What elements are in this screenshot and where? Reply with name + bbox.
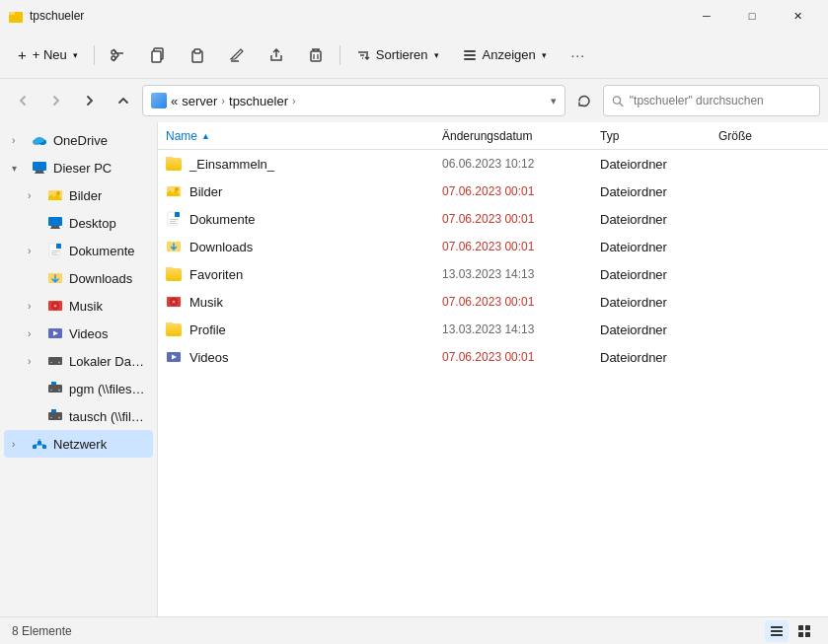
sidebar-label-dieser-pc: Dieser PC xyxy=(53,161,112,176)
svg-rect-25 xyxy=(35,173,44,174)
breadcrumb-tpschueler[interactable]: tpschueler xyxy=(229,94,288,108)
share-icon xyxy=(268,47,284,63)
delete-button[interactable] xyxy=(298,37,334,73)
up-button[interactable] xyxy=(109,86,138,115)
list-view-button[interactable] xyxy=(765,620,789,642)
svg-rect-43 xyxy=(48,357,62,365)
file-label-einsammeln: _Einsammeln_ xyxy=(189,157,274,172)
desktop-icon xyxy=(47,215,63,231)
file-name-favoriten: Favoriten xyxy=(158,267,434,282)
view-button[interactable]: Anzeigen ▾ xyxy=(453,37,557,73)
table-row[interactable]: Musik 07.06.2023 00:01 Dateiordner xyxy=(158,288,828,316)
sidebar-item-tausch[interactable]: › tausch (\\files.schu… xyxy=(4,402,153,430)
col-size-label: Größe xyxy=(718,129,752,143)
toolbar: + + Neu ▾ Sortieren ▾ Anzeigen ▾ ··· xyxy=(0,32,828,79)
back-button[interactable] xyxy=(8,86,38,115)
file-date-musik: 07.06.2023 00:01 xyxy=(434,295,592,309)
cut-button[interactable] xyxy=(101,37,136,73)
title-bar-controls: ─ □ ✕ xyxy=(684,0,820,32)
breadcrumb-expand-icon[interactable]: ▾ xyxy=(551,95,557,107)
table-row[interactable]: Bilder 07.06.2023 00:01 Dateiordner xyxy=(158,178,828,205)
svg-rect-7 xyxy=(194,49,200,53)
sidebar-item-bilder[interactable]: › Bilder xyxy=(4,181,153,209)
address-breadcrumb[interactable]: « server › tpschueler › ▾ xyxy=(142,85,565,116)
title-bar: tpschueler ─ □ ✕ xyxy=(0,0,828,32)
sidebar-item-pgm[interactable]: › pgm (\\files.schu… xyxy=(4,375,153,402)
sidebar-label-lokaler: Lokaler Datenträge… xyxy=(69,354,145,369)
col-header-type[interactable]: Typ xyxy=(592,122,711,149)
svg-rect-55 xyxy=(38,441,41,445)
expand-icon-netzwerk: › xyxy=(12,439,26,450)
search-input[interactable] xyxy=(630,94,811,107)
file-date-einsammeln: 06.06.2023 10:12 xyxy=(434,157,592,171)
table-row[interactable]: Favoriten 13.03.2023 14:13 Dateiordner xyxy=(158,260,828,288)
computer-icon xyxy=(32,160,47,176)
more-button[interactable]: ··· xyxy=(561,37,596,73)
view-label: Anzeigen xyxy=(483,47,536,62)
maximize-button[interactable]: □ xyxy=(729,0,775,32)
musik-icon xyxy=(47,298,63,314)
svg-rect-16 xyxy=(464,54,476,56)
svg-rect-68 xyxy=(167,242,173,245)
breadcrumb-server[interactable]: server xyxy=(182,94,217,108)
minimize-button[interactable]: ─ xyxy=(684,0,729,32)
new-label: + Neu xyxy=(33,47,67,62)
file-type-favoriten: Dateiordner xyxy=(592,267,711,282)
table-row[interactable]: Dokumente 07.06.2023 00:01 Dateiordner xyxy=(158,205,828,233)
sidebar-item-videos[interactable]: › Videos xyxy=(4,320,153,347)
svg-point-2 xyxy=(112,50,115,54)
svg-rect-75 xyxy=(771,630,783,632)
rename-button[interactable] xyxy=(219,37,255,73)
svg-rect-30 xyxy=(50,228,60,229)
file-type-musik: Dateiordner xyxy=(592,295,711,310)
table-row[interactable]: Videos 07.06.2023 00:01 Dateiordner xyxy=(158,343,828,371)
table-row[interactable]: _Einsammeln_ 06.06.2023 10:12 Dateiordne… xyxy=(158,150,828,178)
svg-rect-54 xyxy=(33,445,37,449)
grid-view-button[interactable] xyxy=(792,620,816,642)
recent-button[interactable] xyxy=(75,86,105,115)
sidebar-item-onedrive[interactable]: › OneDrive xyxy=(4,126,153,154)
svg-rect-76 xyxy=(771,634,783,636)
new-button[interactable]: + + Neu ▾ xyxy=(8,37,88,73)
sidebar-item-dokumente[interactable]: › Dokumente xyxy=(4,237,153,264)
svg-point-27 xyxy=(56,191,60,195)
sidebar-item-lokaler[interactable]: › Lokaler Datenträge… xyxy=(4,347,153,375)
view-chevron-icon: ▾ xyxy=(542,50,547,60)
sort-button[interactable]: Sortieren ▾ xyxy=(346,37,449,73)
file-label-profile: Profile xyxy=(189,322,226,337)
svg-point-61 xyxy=(175,187,179,191)
sidebar-item-dieser-pc[interactable]: ▾ Dieser PC xyxy=(4,154,153,181)
search-box[interactable] xyxy=(603,85,820,116)
search-icon xyxy=(612,95,624,107)
svg-rect-66 xyxy=(170,223,177,224)
svg-rect-24 xyxy=(36,171,43,173)
file-name-einsammeln: _Einsammeln_ xyxy=(158,157,434,172)
col-header-name[interactable]: Name ▲ xyxy=(158,122,434,149)
col-header-date[interactable]: Änderungsdatum xyxy=(434,122,592,149)
rename-icon xyxy=(229,47,245,63)
svg-rect-9 xyxy=(311,51,321,61)
paste-button[interactable] xyxy=(180,37,215,73)
refresh-button[interactable] xyxy=(569,86,599,115)
forward-button[interactable] xyxy=(41,86,71,115)
toolbar-separator-2 xyxy=(339,45,340,65)
sidebar-item-desktop[interactable]: › Desktop xyxy=(4,209,153,237)
svg-rect-34 xyxy=(51,252,57,253)
folder-icon-favoriten xyxy=(166,268,182,281)
file-type-einsammeln: Dateiordner xyxy=(592,157,711,172)
col-header-size[interactable]: Größe xyxy=(711,122,790,149)
sidebar-item-netzwerk[interactable]: › Netzwerk xyxy=(4,430,153,458)
table-row[interactable]: Downloads 07.06.2023 00:01 Dateiordner xyxy=(158,233,828,260)
sidebar-item-musik[interactable]: › Musik xyxy=(4,292,153,320)
col-type-label: Typ xyxy=(600,129,619,143)
table-row[interactable]: Profile 13.03.2023 14:13 Dateiordner xyxy=(158,316,828,343)
share-button[interactable] xyxy=(259,37,294,73)
file-name-videos: Videos xyxy=(158,349,434,365)
sidebar-label-pgm: pgm (\\files.schu… xyxy=(69,382,145,396)
close-button[interactable]: ✕ xyxy=(775,0,820,32)
expand-icon-onedrive: › xyxy=(12,135,26,146)
sidebar-item-downloads[interactable]: › Downloads xyxy=(4,264,153,292)
file-name-bilder: Bilder xyxy=(158,183,434,199)
svg-rect-44 xyxy=(50,362,52,363)
copy-button[interactable] xyxy=(140,37,176,73)
